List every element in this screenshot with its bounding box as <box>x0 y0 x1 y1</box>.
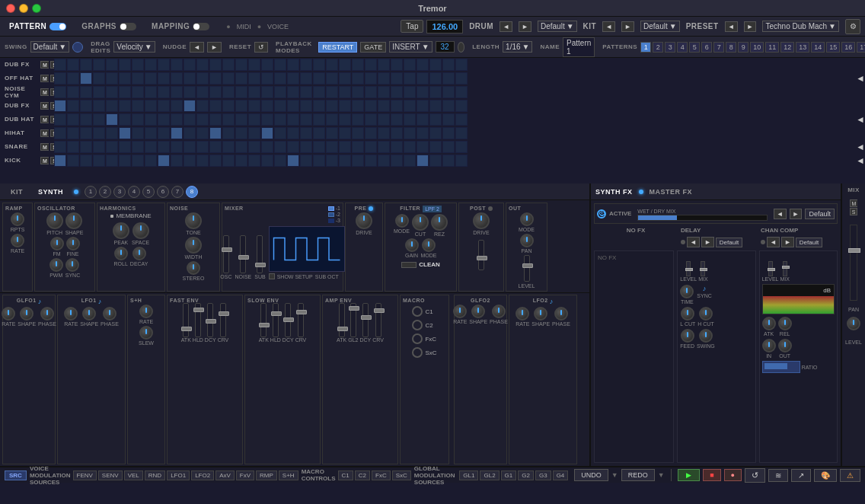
swing-icon[interactable] <box>72 42 83 53</box>
drum-cell-5-5[interactable] <box>119 127 131 139</box>
drum-cell-3-16[interactable] <box>261 100 273 112</box>
drum-cell-2-13[interactable] <box>222 86 235 98</box>
macro-ctrl-btn-c1[interactable]: C1 <box>338 471 353 480</box>
drum-cell-2-14[interactable] <box>235 86 247 98</box>
drum-cell-1-5[interactable] <box>119 72 131 85</box>
drum-cell-3-17[interactable] <box>274 100 286 112</box>
drum-cell-2-12[interactable] <box>209 86 222 98</box>
drum-cell-0-26[interactable] <box>391 59 403 71</box>
pattern-14[interactable]: 14 <box>811 42 825 53</box>
drum-cell-7-30[interactable] <box>442 155 455 167</box>
gms-btn-gl1[interactable]: GL1 <box>459 471 478 480</box>
drum-cell-2-30[interactable] <box>442 86 455 98</box>
delay-preset-prev[interactable]: ◄ <box>687 237 700 247</box>
drum-cell-1-23[interactable] <box>352 72 364 85</box>
fast-env-atk-fader[interactable] <box>183 303 189 337</box>
drum-cell-7-6[interactable] <box>132 155 144 167</box>
drum-mute-6[interactable]: M <box>40 143 49 151</box>
drum-cell-3-2[interactable] <box>80 100 92 112</box>
pattern-1[interactable]: 1 <box>640 42 651 53</box>
drum-cell-6-30[interactable] <box>442 141 455 153</box>
drum-cell-1-18[interactable] <box>287 72 299 85</box>
glfo1-phase-knob[interactable] <box>40 307 54 321</box>
drum-cell-4-27[interactable] <box>404 113 416 126</box>
ramp-rpts-knob[interactable] <box>11 212 24 226</box>
drum-cell-6-0[interactable] <box>54 141 66 153</box>
pattern-17[interactable]: 17 <box>857 42 865 53</box>
drum-cell-3-5[interactable] <box>119 100 131 112</box>
drum-cell-2-3[interactable] <box>93 86 105 98</box>
drum-cell-4-11[interactable] <box>196 113 209 126</box>
drum-cell-6-20[interactable] <box>313 141 325 153</box>
pattern-2[interactable]: 2 <box>653 42 663 53</box>
bpm-display[interactable]: 126.00 <box>426 20 463 33</box>
drum-cell-4-21[interactable] <box>326 113 338 126</box>
drum-cell-4-2[interactable] <box>80 113 92 126</box>
drum-cell-1-27[interactable] <box>404 72 416 85</box>
drum-cell-5-7[interactable] <box>145 127 157 139</box>
drum-next[interactable]: ► <box>519 21 531 32</box>
drum-cell-4-29[interactable] <box>429 113 442 126</box>
delay-preset-next[interactable]: ► <box>701 237 714 247</box>
filter-gain-knob[interactable] <box>405 238 419 252</box>
drum-cell-1-28[interactable] <box>417 72 429 85</box>
length-dropdown[interactable]: 1/16 ▼ <box>503 41 532 53</box>
gms-btn-g4[interactable]: G4 <box>553 471 569 480</box>
graphs-toggle[interactable] <box>120 23 136 30</box>
drum-cell-6-19[interactable] <box>300 141 312 153</box>
drum-mute-2[interactable]: M <box>40 88 49 96</box>
drum-cell-5-12[interactable] <box>209 127 222 139</box>
sh-rate-knob[interactable] <box>139 305 153 318</box>
drum-cell-2-24[interactable] <box>365 86 377 98</box>
drum-cell-7-13[interactable] <box>222 155 235 167</box>
drum-cell-7-17[interactable] <box>274 155 286 167</box>
drum-cell-2-26[interactable] <box>391 86 403 98</box>
drum-cell-0-7[interactable] <box>145 59 157 71</box>
nudge-left[interactable]: ◄ <box>190 42 204 53</box>
maximize-button[interactable] <box>32 4 41 13</box>
synth-fx-tab[interactable]: SYNTH FX <box>595 188 633 196</box>
drum-cell-7-22[interactable] <box>339 155 351 167</box>
drum-cell-3-3[interactable] <box>93 100 105 112</box>
drum-cell-3-9[interactable] <box>171 100 183 112</box>
lfo2-rate-knob[interactable] <box>515 307 529 321</box>
drum-cell-0-30[interactable] <box>442 59 455 71</box>
master-fx-tab[interactable]: MASTER FX <box>650 188 693 196</box>
synth-tab[interactable]: SYNTH <box>32 188 69 196</box>
noise-width-knob[interactable] <box>185 237 202 254</box>
drum-cell-4-24[interactable] <box>365 113 377 126</box>
drum-cell-6-29[interactable] <box>429 141 442 153</box>
drum-cell-4-17[interactable] <box>274 113 286 126</box>
drum-cell-3-24[interactable] <box>365 100 377 112</box>
drum-cell-4-20[interactable] <box>313 113 325 126</box>
drum-cell-5-21[interactable] <box>326 127 338 139</box>
drum-cell-7-15[interactable] <box>248 155 260 167</box>
drum-cell-7-3[interactable] <box>93 155 105 167</box>
pattern-7[interactable]: 7 <box>713 42 724 53</box>
drum-cell-7-2[interactable] <box>80 155 92 167</box>
chan-comp-preset-next[interactable]: ► <box>781 237 794 247</box>
swing-dropdown[interactable]: Default ▼ <box>30 41 70 53</box>
drum-cell-6-11[interactable] <box>196 141 209 153</box>
drum-cell-0-28[interactable] <box>417 59 429 71</box>
drum-cell-7-23[interactable] <box>352 155 364 167</box>
drum-cell-6-17[interactable] <box>274 141 286 153</box>
drum-cell-7-11[interactable] <box>196 155 209 167</box>
chan-comp-rel-knob[interactable] <box>778 317 792 330</box>
drum-cell-3-30[interactable] <box>442 100 455 112</box>
drum-cell-2-16[interactable] <box>261 86 273 98</box>
gms-btn-g3[interactable]: G3 <box>535 471 551 480</box>
palette-btn[interactable]: 🎨 <box>814 469 837 482</box>
drum-cell-4-7[interactable] <box>145 113 157 126</box>
lfo2-phase-knob[interactable] <box>554 307 568 321</box>
drum-cell-7-16[interactable] <box>261 155 273 167</box>
drum-cell-4-15[interactable] <box>248 113 260 126</box>
drum-cell-0-20[interactable] <box>313 59 325 71</box>
synth-num-8[interactable]: 8 <box>186 186 198 198</box>
drum-cell-6-6[interactable] <box>132 141 144 153</box>
drum-cell-5-27[interactable] <box>404 127 416 139</box>
pattern-11[interactable]: 11 <box>765 42 779 53</box>
settings-icon[interactable]: ⚙ <box>845 19 860 34</box>
drum-cell-7-29[interactable] <box>429 155 442 167</box>
redo-btn[interactable]: REDO <box>621 469 655 481</box>
